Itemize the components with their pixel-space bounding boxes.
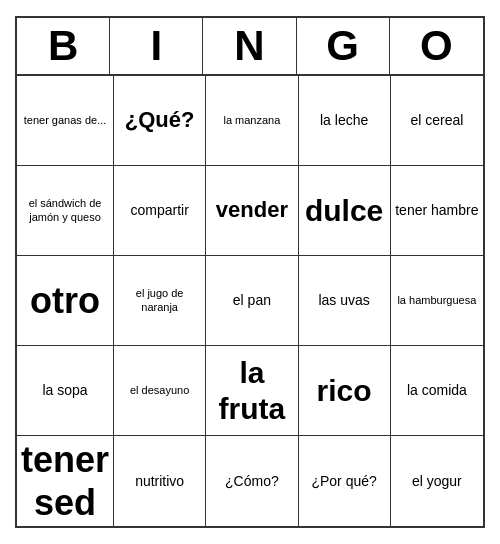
bingo-cell-6: compartir [114,166,206,256]
bingo-cell-0: tener ganas de... [17,76,114,166]
bingo-cell-2: la manzana [206,76,298,166]
header-letter: G [297,18,390,74]
bingo-cell-21: nutritivo [114,436,206,526]
bingo-cell-14: la hamburguesa [391,256,483,346]
bingo-cell-23: ¿Por qué? [299,436,391,526]
bingo-cell-4: el cereal [391,76,483,166]
header-letter: B [17,18,110,74]
header-letter: N [203,18,296,74]
bingo-cell-19: la comida [391,346,483,436]
bingo-cell-5: el sándwich de jamón y queso [17,166,114,256]
bingo-cell-15: la sopa [17,346,114,436]
bingo-cell-20: tener sed [17,436,114,526]
bingo-grid: tener ganas de...¿Qué?la manzanala leche… [17,76,483,526]
bingo-card: BINGO tener ganas de...¿Qué?la manzanala… [15,16,485,528]
bingo-cell-8: dulce [299,166,391,256]
bingo-cell-12: el pan [206,256,298,346]
bingo-cell-11: el jugo de naranja [114,256,206,346]
header-letter: I [110,18,203,74]
bingo-cell-18: rico [299,346,391,436]
bingo-cell-13: las uvas [299,256,391,346]
bingo-cell-22: ¿Cómo? [206,436,298,526]
bingo-cell-1: ¿Qué? [114,76,206,166]
bingo-header: BINGO [17,18,483,76]
header-letter: O [390,18,483,74]
bingo-cell-3: la leche [299,76,391,166]
bingo-cell-17: la fruta [206,346,298,436]
bingo-cell-24: el yogur [391,436,483,526]
bingo-cell-10: otro [17,256,114,346]
bingo-cell-9: tener hambre [391,166,483,256]
bingo-cell-16: el desayuno [114,346,206,436]
bingo-cell-7: vender [206,166,298,256]
